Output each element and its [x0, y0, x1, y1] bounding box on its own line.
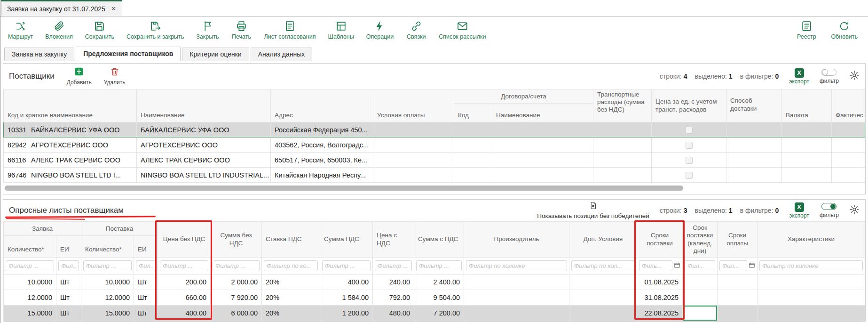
save-and-close-button[interactable]: Сохранить и закрыть — [126, 20, 184, 40]
col-header-unit-request[interactable]: ЕИ — [56, 236, 81, 258]
filter-input-characteristics[interactable] — [759, 260, 863, 271]
filter-toggle-control[interactable]: фильтр — [820, 203, 839, 218]
col-header-delivery-dates[interactable]: Сроки поставки — [637, 222, 683, 258]
filter-input-unit-supply[interactable] — [136, 260, 156, 271]
col-header-contract-name[interactable]: Наименование — [492, 104, 593, 122]
cell-sum-no-vat[interactable]: 6 000.00 — [211, 306, 262, 321]
sheet-row[interactable]: 12.0000 Шт 12.0000 Шт 660.00 7 920.00 20… — [4, 290, 865, 306]
gear-icon[interactable] — [849, 204, 860, 217]
filter-input-vat-sum[interactable] — [322, 260, 371, 271]
cell-contract-name[interactable] — [492, 122, 593, 137]
save-button[interactable]: Сохранить — [85, 20, 114, 40]
cell-sum-vat[interactable]: 7 200.00 — [414, 306, 464, 321]
cell-unit-supply[interactable]: Шт — [134, 306, 158, 321]
cell-contract-name[interactable] — [492, 153, 593, 168]
col-header-name[interactable]: Наименование — [137, 89, 271, 122]
col-header-vat-sum[interactable]: Сумма НДС — [320, 222, 373, 258]
cell-contract-code[interactable] — [454, 122, 492, 137]
cell-contract-code[interactable] — [454, 168, 492, 183]
cell-unit-request[interactable]: Шт — [56, 275, 81, 290]
cell-transport[interactable] — [593, 153, 652, 168]
col-header-code-shortname[interactable]: Код и краткое наименование — [4, 89, 137, 122]
filter-input-unit-request[interactable] — [58, 260, 79, 271]
col-header-unit-supply[interactable]: ЕИ — [134, 236, 158, 258]
cell-qty-supply[interactable]: 12.0000 — [81, 290, 134, 306]
cell-currency[interactable] — [782, 168, 832, 183]
cell-unit-request[interactable]: Шт — [56, 306, 81, 321]
col-header-address[interactable]: Адрес — [271, 89, 373, 122]
cell-name[interactable]: АГРОТЕХСЕРВИС ООО — [137, 137, 271, 153]
filter-toggle-off[interactable] — [821, 69, 836, 76]
col-header-unit-price-transport[interactable]: Цена за ед. с учетом трансп. расходов — [652, 89, 726, 122]
cell-delivery-date[interactable]: 31.08.2025 — [637, 290, 683, 306]
cell-actual[interactable] — [832, 137, 865, 153]
close-icon[interactable]: ✕ — [111, 5, 116, 12]
col-header-delivery-days[interactable]: Срок поставки (календ. дни) — [683, 222, 718, 258]
export-excel-button[interactable]: X экспорт — [789, 202, 809, 219]
cell-short-name[interactable]: NINGBO BOA STEEL LTD I... — [27, 168, 137, 183]
calendar-icon[interactable] — [749, 262, 755, 270]
cell-delivery-date[interactable]: 01.08.2025 — [637, 275, 683, 290]
supplier-row[interactable]: 96746 NINGBO BOA STEEL LTD I... NINGBO B… — [4, 168, 865, 183]
tab-kriterii-ocenki[interactable]: Критерии оценки — [182, 48, 249, 61]
col-header-characteristics[interactable]: Характеристики — [758, 222, 865, 258]
scrollbar-thumb[interactable] — [5, 186, 683, 191]
cell-sum-vat[interactable]: 9 504.00 — [414, 290, 464, 306]
cell-characteristics[interactable] — [758, 275, 865, 290]
cell-address[interactable]: Российская Федерация 450... — [271, 122, 373, 137]
cell-delivery-method[interactable] — [726, 122, 782, 137]
cell-currency[interactable] — [782, 122, 832, 137]
cell-pay-terms[interactable] — [373, 168, 454, 183]
cell-short-name[interactable]: АЛЕКС ТРАК СЕРВИС ООО — [27, 153, 137, 168]
filter-input-pay-dates[interactable] — [719, 260, 747, 271]
cell-qty-supply[interactable]: 15.0000 — [81, 306, 134, 321]
cell-pay-terms[interactable] — [373, 122, 454, 137]
cell-short-name[interactable]: АГРОТЕХСЕРВИС ООО — [27, 137, 137, 153]
cell-vat-sum[interactable]: 1 200.00 — [320, 306, 373, 321]
cell-manufacturer[interactable] — [464, 275, 569, 290]
cell-price-no-vat[interactable]: 660.00 — [158, 290, 211, 306]
cell-unit-price-flag[interactable] — [652, 153, 726, 168]
cell-pay-dates[interactable] — [718, 306, 758, 321]
cell-currency[interactable] — [782, 137, 832, 153]
supplier-row[interactable]: 66116 АЛЕКС ТРАК СЕРВИС ООО АЛЕКС ТРАК С… — [4, 153, 865, 168]
cell-price-vat[interactable]: 240.00 — [373, 275, 414, 290]
filter-input-price-no-vat[interactable] — [160, 260, 208, 271]
cell-delivery-method[interactable] — [726, 168, 782, 183]
cell-unit-price-flag[interactable] — [652, 122, 726, 137]
cell-extra-conditions[interactable] — [569, 275, 637, 290]
col-header-price-vat[interactable]: Цена с НДС — [373, 222, 414, 258]
refresh-button[interactable]: Обновить — [831, 20, 858, 40]
delete-supplier-button[interactable]: Удалить — [104, 67, 126, 86]
mailing-list-button[interactable]: Список рассылки — [439, 20, 486, 40]
filter-input-qty-request[interactable] — [6, 260, 54, 271]
cell-transport[interactable] — [593, 168, 652, 183]
cell-currency[interactable] — [782, 153, 832, 168]
filter-input-manufacturer[interactable] — [466, 260, 567, 271]
col-header-sum-vat[interactable]: Сумма с НДС — [414, 222, 464, 258]
cell-address[interactable]: Китайская Народная Респу... — [271, 168, 373, 183]
cell-contract-name[interactable] — [492, 168, 593, 183]
cell-name[interactable]: АЛЕКС ТРАК СЕРВИС ООО — [137, 153, 271, 168]
templates-button[interactable]: Шаблоны — [328, 20, 354, 40]
close-document-button[interactable]: Закрыть — [196, 20, 219, 40]
unit-price-checkbox[interactable] — [686, 127, 693, 134]
cell-characteristics[interactable] — [758, 290, 865, 306]
cell-unit-price-flag[interactable] — [652, 137, 726, 153]
cell-qty-request[interactable]: 10.0000 — [4, 275, 56, 290]
cell-unit-supply[interactable]: Шт — [134, 290, 158, 306]
cell-sum-no-vat[interactable]: 2 000.00 — [211, 275, 262, 290]
cell-address[interactable]: 650517, Россия, 650003, Ке... — [271, 153, 373, 168]
cell-pay-terms[interactable] — [373, 153, 454, 168]
attachments-button[interactable]: Вложения — [45, 20, 73, 40]
unit-price-checkbox[interactable] — [686, 157, 693, 164]
cell-code[interactable]: 66116 — [4, 153, 27, 168]
gear-icon[interactable] — [849, 70, 860, 82]
cell-delivery-days[interactable] — [683, 290, 718, 306]
col-header-pay-terms[interactable]: Условия оплаты — [373, 89, 454, 122]
filter-input-sum-no-vat[interactable] — [213, 260, 260, 271]
unit-price-checkbox[interactable] — [686, 142, 693, 149]
col-header-price-no-vat[interactable]: Цена без НДС — [158, 222, 211, 258]
cell-qty-request[interactable]: 15.0000 — [4, 306, 56, 321]
sheet-row[interactable]: 10.0000 Шт 10.0000 Шт 200.00 2 000.00 20… — [4, 275, 865, 290]
